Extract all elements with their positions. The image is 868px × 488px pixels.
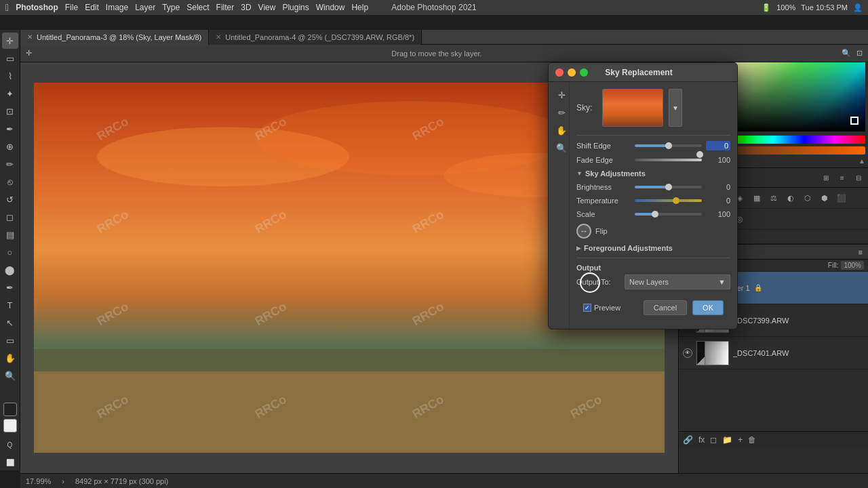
scale-thumb[interactable] <box>652 211 658 218</box>
app-name[interactable]: Photoshop <box>16 3 58 12</box>
dialog-close-button[interactable] <box>555 68 564 77</box>
shift-edge-track[interactable] <box>635 144 702 147</box>
preview-row: ✓ Preview <box>583 304 620 312</box>
scale-track[interactable] <box>635 213 702 216</box>
help-menu[interactable]: Help <box>351 3 368 12</box>
link-layers-icon[interactable]: 🔗 <box>683 435 693 445</box>
select-menu[interactable]: Select <box>186 3 209 12</box>
adj-bw-btn[interactable]: ◐ <box>783 190 798 205</box>
fullscreen-icon[interactable]: ⊡ <box>856 49 863 58</box>
apple-icon[interactable]:  <box>5 2 9 13</box>
tool-zoom[interactable]: 🔍 <box>2 367 18 384</box>
foreground-color[interactable] <box>3 403 17 416</box>
tool-select-rect[interactable]: ▭ <box>2 50 18 66</box>
tool-clone[interactable]: ⎋ <box>2 174 18 190</box>
layers-options-icon[interactable]: ≡ <box>859 248 863 256</box>
filter-menu[interactable]: Filter <box>216 3 235 12</box>
tool-magic-wand[interactable]: ✦ <box>2 85 18 102</box>
tool-quickmask[interactable]: Q <box>2 436 18 453</box>
adj-photo-filter-btn[interactable]: ⬡ <box>800 190 815 205</box>
tool-gradient[interactable]: ▤ <box>2 226 18 243</box>
output-to-value: New Layers <box>629 278 669 286</box>
battery-percent: 100% <box>776 3 795 12</box>
dialog-buttons: Cancel OK <box>644 300 724 315</box>
tool-blur[interactable]: ○ <box>2 244 18 260</box>
layer-item-3[interactable]: 👁 _DSC7401.ARW <box>679 337 868 369</box>
window-menu[interactable]: Window <box>316 3 345 12</box>
svg-rect-2 <box>34 371 665 453</box>
dialog-tool-zoom[interactable]: 🔍 <box>554 140 569 155</box>
background-color[interactable] <box>3 419 17 432</box>
shift-edge-value[interactable]: 0 <box>706 141 730 150</box>
tool-heal[interactable]: ⊕ <box>2 138 18 155</box>
adj-invert-btn[interactable]: ⬛ <box>834 190 849 205</box>
cancel-button[interactable]: Cancel <box>644 300 687 315</box>
brightness-value[interactable]: 0 <box>706 183 730 191</box>
tool-hand[interactable]: ✋ <box>2 350 18 366</box>
tool-eraser[interactable]: ◻ <box>2 209 18 225</box>
tool-crop[interactable]: ⊡ <box>2 103 18 119</box>
preview-checkbox[interactable]: ✓ <box>583 304 591 312</box>
adj-hsl-btn[interactable]: ▦ <box>749 190 764 205</box>
adj-channel-mixer-btn[interactable]: ⬢ <box>817 190 832 205</box>
temperature-thumb[interactable] <box>673 197 679 204</box>
tool-brush[interactable]: ✏ <box>2 156 18 172</box>
tab-panorama3[interactable]: ✕ Untitled_Panorama-3 @ 18% (Sky, Layer … <box>20 30 209 45</box>
search-icon[interactable]: 🔍 <box>842 49 851 58</box>
dialog-titlebar[interactable]: Sky Replacement <box>549 63 737 82</box>
sky-replacement-dialog[interactable]: Sky Replacement ✛ ✏ ✋ 🔍 Sky: ▼ <box>548 62 738 329</box>
tool-lasso[interactable]: ⌇ <box>2 68 18 84</box>
dialog-tool-brush[interactable]: ✏ <box>554 105 569 120</box>
layer-menu[interactable]: Layer <box>135 3 155 12</box>
temperature-value[interactable]: 0 <box>706 197 730 205</box>
file-menu[interactable]: File <box>65 3 78 12</box>
tool-text[interactable]: T <box>2 297 18 313</box>
type-menu[interactable]: Type <box>162 3 180 12</box>
3d-menu[interactable]: 3D <box>241 3 251 12</box>
tool-screenmode[interactable]: ⬜ <box>2 454 18 470</box>
add-mask-icon[interactable]: ◻ <box>710 435 717 445</box>
layer3-visibility-eye[interactable]: 👁 <box>683 348 692 358</box>
dialog-tool-hand[interactable]: ✋ <box>554 123 569 138</box>
tool-path-select[interactable]: ↖ <box>2 314 18 331</box>
adj-icon-channel[interactable]: ≡ <box>835 171 849 184</box>
tab-close-2[interactable]: ✕ <box>216 33 221 41</box>
add-style-icon[interactable]: fx <box>698 435 705 445</box>
fill-value[interactable]: 100% <box>841 261 864 270</box>
delete-layer-icon[interactable]: 🗑 <box>748 435 756 445</box>
new-group-icon[interactable]: 📁 <box>722 435 732 445</box>
tool-pen[interactable]: ✒ <box>2 279 18 296</box>
ok-button[interactable]: OK <box>692 300 724 315</box>
plugins-menu[interactable]: Plugins <box>282 3 309 12</box>
image-menu[interactable]: Image <box>106 3 128 12</box>
adj-icon-paths[interactable]: ⊟ <box>852 171 865 184</box>
output-to-dropdown[interactable]: New Layers ▼ <box>625 274 730 289</box>
edit-menu[interactable]: Edit <box>85 3 99 12</box>
tab-label-1: Untitled_Panorama-3 @ 18% (Sky, Layer Ma… <box>37 33 201 41</box>
tool-eyedropper[interactable]: ✒ <box>2 121 18 137</box>
temperature-track[interactable] <box>635 199 702 202</box>
flip-circle-button[interactable]: ↔ <box>576 224 591 239</box>
clock: Tue 10:53 PM <box>801 3 848 12</box>
tool-dodge[interactable]: ⬤ <box>2 262 18 278</box>
shift-edge-thumb[interactable] <box>665 142 672 149</box>
tool-history-brush[interactable]: ↺ <box>2 191 18 207</box>
dialog-minimize-button[interactable] <box>568 68 576 77</box>
fade-edge-value[interactable]: 100 <box>706 156 730 164</box>
fade-edge-thumb[interactable] <box>696 151 703 158</box>
tool-move[interactable]: ✛ <box>2 33 18 49</box>
tab-panorama4[interactable]: ✕ Untitled_Panorama-4 @ 25% (_DSC7399.AR… <box>209 30 422 45</box>
dialog-tool-move[interactable]: ✛ <box>554 87 569 102</box>
new-layer-icon[interactable]: + <box>738 435 743 445</box>
fade-edge-track[interactable] <box>635 159 702 161</box>
tab-close-1[interactable]: ✕ <box>27 33 33 41</box>
brightness-thumb[interactable] <box>665 184 672 190</box>
dialog-maximize-button[interactable] <box>580 68 588 77</box>
view-menu[interactable]: View <box>258 3 276 12</box>
adj-icon-layers[interactable]: ⊞ <box>819 171 833 184</box>
sky-dropdown-button[interactable]: ▼ <box>669 89 682 127</box>
tool-shape[interactable]: ▭ <box>2 332 18 348</box>
brightness-track[interactable] <box>635 186 702 188</box>
adj-colorbalance-btn[interactable]: ⚖ <box>766 190 781 205</box>
scale-value[interactable]: 100 <box>706 210 730 218</box>
